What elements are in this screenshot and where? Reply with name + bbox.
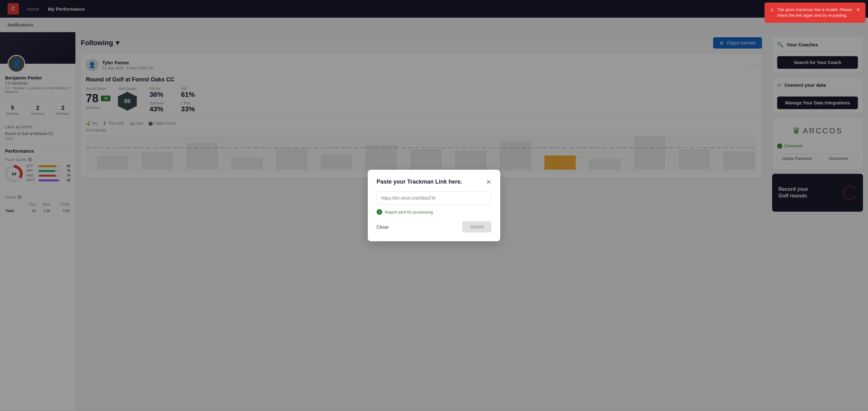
modal-header: Paste your Trackman Link here. ✕	[377, 179, 491, 185]
error-toast: ⚠ The given trackman link is invalid. Pl…	[765, 2, 866, 23]
modal-title: Paste your Trackman Link here.	[377, 179, 462, 185]
modal-close-x-button[interactable]: ✕	[486, 179, 491, 185]
trackman-link-input[interactable]	[377, 191, 491, 205]
trackman-modal: Paste your Trackman Link here. ✕ ✓ Repor…	[368, 170, 500, 241]
modal-submit-button[interactable]: Submit	[462, 221, 491, 232]
modal-footer: Close Submit	[377, 221, 491, 232]
warning-icon: ⚠	[770, 7, 774, 13]
modal-close-button[interactable]: Close	[377, 224, 389, 230]
check-icon: ✓	[377, 209, 382, 215]
modal-success-message: ✓ Report sent for processing	[377, 209, 491, 215]
modal-overlay: Paste your Trackman Link here. ✕ ✓ Repor…	[0, 0, 868, 411]
toast-close-button[interactable]: ×	[856, 7, 860, 12]
